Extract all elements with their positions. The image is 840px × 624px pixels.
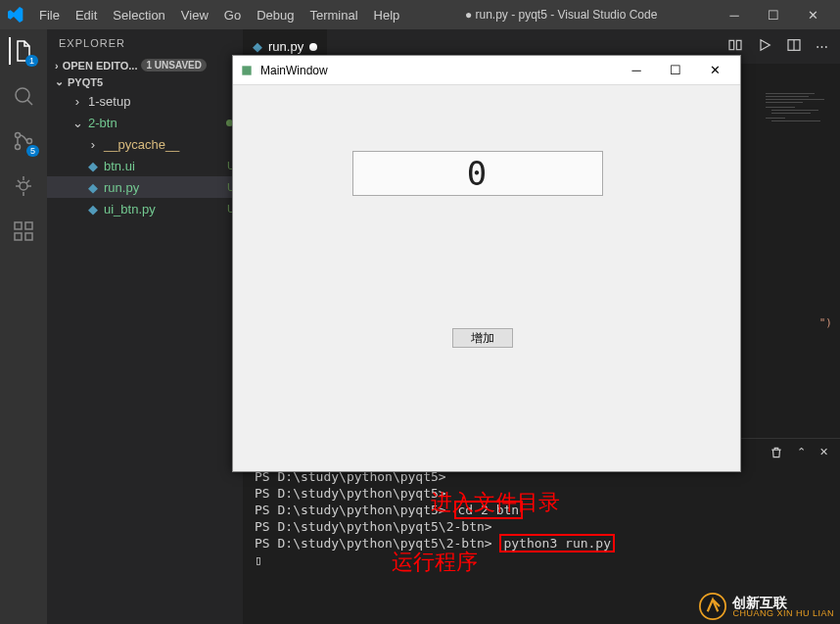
file-label: ui_btn.py xyxy=(104,202,156,216)
svg-marker-18 xyxy=(761,40,770,51)
tree-file-btn-ui[interactable]: ◆ btn.ui U xyxy=(47,155,243,176)
pyqt-add-button[interactable]: 增加 xyxy=(452,328,513,348)
minimap[interactable]: ") xyxy=(762,85,840,438)
menu-debug[interactable]: Debug xyxy=(249,4,302,26)
tree-file-ui-btn-py[interactable]: ◆ ui_btn.py U xyxy=(47,198,243,219)
pyqt-lcd-display: 0 xyxy=(352,151,603,196)
menu-file[interactable]: File xyxy=(31,4,68,26)
window-controls: ─ ☐ ✕ xyxy=(715,0,832,29)
unsaved-badge: 1 UNSAVED xyxy=(141,59,207,72)
window-title: ● run.py - pyqt5 - Visual Studio Code xyxy=(407,8,715,22)
folder-label: __pycache__ xyxy=(104,137,179,152)
pyqt-close-button[interactable]: ✕ xyxy=(695,56,734,85)
folder-root-label: PYQT5 xyxy=(68,76,103,88)
watermark-text-1: 创新互联 xyxy=(732,596,834,609)
explorer-sidebar: EXPLORER › OPEN EDITO... 1 UNSAVED ⌄ PYQ… xyxy=(47,29,243,624)
activity-explorer-icon[interactable]: 1 xyxy=(9,37,36,65)
annotation-run-prog: 运行程序 xyxy=(392,548,478,577)
svg-line-11 xyxy=(26,180,29,183)
python-file-icon: ◆ xyxy=(253,39,262,54)
open-editors-header[interactable]: › OPEN EDITO... 1 UNSAVED xyxy=(47,57,243,73)
terminal-line: ▯ xyxy=(255,552,828,568)
svg-rect-15 xyxy=(25,222,32,229)
svg-rect-14 xyxy=(25,233,32,240)
svg-point-0 xyxy=(16,88,29,102)
svg-line-1 xyxy=(27,100,32,105)
menu-go[interactable]: Go xyxy=(216,4,249,26)
chevron-right-icon: › xyxy=(70,94,84,109)
activity-search-icon[interactable] xyxy=(10,82,37,110)
highlight-cmd-python: python3 run.py xyxy=(499,534,615,552)
svg-rect-13 xyxy=(15,233,22,240)
pyqt-window-title: MainWindow xyxy=(260,64,328,77)
vscode-logo-icon xyxy=(8,7,23,23)
pyqt-minimize-button[interactable]: ─ xyxy=(617,56,656,85)
folder-label: 1-setup xyxy=(88,94,130,109)
tab-label: run.py xyxy=(268,39,303,54)
folder-label: 2-btn xyxy=(88,116,117,130)
tree-folder-pycache[interactable]: › __pycache__ xyxy=(47,133,243,155)
tree-folder-1-setup[interactable]: › 1-setup xyxy=(47,90,243,112)
window-maximize-button[interactable]: ☐ xyxy=(754,0,793,29)
svg-rect-21 xyxy=(242,66,251,74)
pyqt-body: 0 增加 xyxy=(233,85,740,471)
editor-stray-text: ") xyxy=(819,316,832,329)
menu-terminal[interactable]: Terminal xyxy=(302,4,365,26)
kill-terminal-icon[interactable] xyxy=(770,446,783,461)
svg-point-5 xyxy=(20,182,27,190)
window-close-button[interactable]: ✕ xyxy=(793,0,832,29)
menu-edit[interactable]: Edit xyxy=(68,4,105,26)
scm-badge: 5 xyxy=(26,145,39,157)
file-label: btn.ui xyxy=(104,159,135,173)
svg-rect-17 xyxy=(736,40,741,49)
split-editor-icon[interactable] xyxy=(786,37,802,56)
python-file-icon: ◆ xyxy=(86,202,100,216)
window-minimize-button[interactable]: ─ xyxy=(715,0,754,29)
more-actions-icon[interactable]: ⋯ xyxy=(816,39,828,54)
watermark-logo-icon xyxy=(699,593,726,620)
activity-extensions-icon[interactable] xyxy=(10,217,37,245)
chevron-right-icon: › xyxy=(86,137,100,152)
watermark-text-2: CHUANG XIN HU LIAN xyxy=(732,609,834,618)
close-panel-icon[interactable]: ✕ xyxy=(819,446,828,461)
open-editors-label: OPEN EDITO... xyxy=(63,60,138,72)
compare-changes-icon[interactable] xyxy=(727,37,743,56)
window-title-bar: File Edit Selection View Go Debug Termin… xyxy=(0,0,840,29)
svg-point-3 xyxy=(16,145,21,150)
svg-point-2 xyxy=(16,133,21,138)
python-file-icon: ◆ xyxy=(86,180,100,195)
menu-view[interactable]: View xyxy=(173,4,216,26)
maximize-panel-icon[interactable]: ⌃ xyxy=(797,446,806,461)
pyqt-app-icon xyxy=(239,63,255,78)
svg-point-4 xyxy=(27,139,32,144)
activity-bar: 1 5 xyxy=(0,29,47,624)
file-label: run.py xyxy=(104,180,139,195)
pyqt-main-window[interactable]: MainWindow ─ ☐ ✕ 0 增加 xyxy=(232,55,741,472)
folder-root-header[interactable]: ⌄ PYQT5 xyxy=(47,73,243,90)
tree-file-run-py[interactable]: ◆ run.py U xyxy=(47,176,243,198)
terminal-line: PS D:\study\python\pyqt5\2-btn> xyxy=(255,518,828,535)
annotation-enter-dir: 进入文件目录 xyxy=(431,488,560,517)
pyqt-title-bar[interactable]: MainWindow ─ ☐ ✕ xyxy=(233,56,740,85)
file-tree: › 1-setup ⌄ 2-btn › __pycache__ ◆ btn.ui… xyxy=(47,90,243,624)
svg-line-10 xyxy=(18,180,21,183)
menu-help[interactable]: Help xyxy=(366,4,408,26)
tree-folder-2-btn[interactable]: ⌄ 2-btn xyxy=(47,112,243,133)
svg-rect-16 xyxy=(729,40,734,49)
menu-selection[interactable]: Selection xyxy=(105,4,172,26)
activity-scm-icon[interactable]: 5 xyxy=(10,127,37,155)
main-menu: File Edit Selection View Go Debug Termin… xyxy=(31,4,407,26)
tab-dirty-indicator-icon xyxy=(309,43,317,51)
ui-file-icon: ◆ xyxy=(86,159,100,173)
terminal-line: PS D:\study\python\pyqt5\2-btn> python3 … xyxy=(255,535,828,552)
watermark: 创新互联 CHUANG XIN HU LIAN xyxy=(699,593,834,620)
chevron-down-icon: ⌄ xyxy=(70,116,84,130)
sidebar-header: EXPLORER xyxy=(47,29,243,57)
pyqt-maximize-button[interactable]: ☐ xyxy=(656,56,695,85)
svg-rect-12 xyxy=(15,222,22,229)
activity-debug-icon[interactable] xyxy=(10,172,37,200)
explorer-badge: 1 xyxy=(25,55,38,67)
run-icon[interactable] xyxy=(757,37,772,56)
